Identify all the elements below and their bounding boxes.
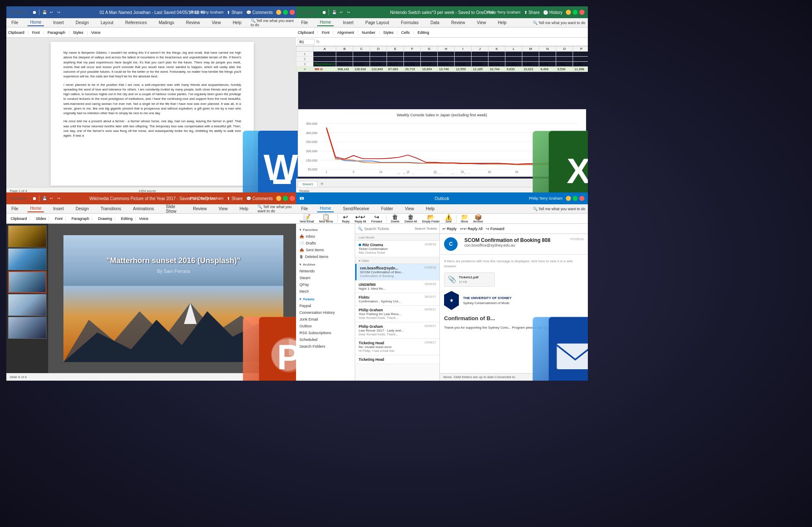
ppt-tab-help[interactable]: Help	[237, 206, 251, 212]
outbox-folder[interactable]: Outbox	[296, 323, 355, 329]
excel-tab-formulas[interactable]: Formulas	[398, 19, 421, 26]
reply-all-reading-btn[interactable]: ↩↩ Reply All	[460, 227, 483, 231]
undo-btn[interactable]: ↩	[49, 9, 55, 15]
col-B[interactable]: B	[336, 47, 353, 52]
excel-undo[interactable]: ↩	[338, 9, 344, 15]
col-I[interactable]: I	[455, 47, 472, 52]
ppt-tab-design[interactable]: Design	[73, 206, 91, 212]
excel-cell-ref[interactable]	[298, 39, 315, 45]
excel-tab-home[interactable]: Home	[317, 19, 334, 26]
col-H[interactable]: H	[438, 47, 455, 52]
ppt-autosave-toggle[interactable]	[27, 196, 37, 201]
ppt-tab-home[interactable]: Home	[27, 205, 44, 212]
col-E[interactable]: E	[387, 47, 404, 52]
col-F[interactable]: F	[404, 47, 421, 52]
move-btn[interactable]: 📁 Move	[459, 213, 470, 224]
sheet-tab-1[interactable]: Sheet1	[298, 181, 318, 187]
outlook-qat[interactable]: 📧	[299, 196, 304, 200]
word-qat[interactable]: AutoSave 💾 ↩ ↪	[10, 9, 62, 15]
autosave-toggle[interactable]	[27, 10, 37, 15]
email-ticketing-2[interactable]: Ticketing Head	[355, 355, 439, 364]
comments-btn[interactable]: 💬 Comments	[246, 10, 273, 15]
ppt-share-btn[interactable]: ⬆ Share	[227, 196, 242, 201]
add-sheet-btn[interactable]: +	[318, 180, 326, 187]
redo-btn[interactable]: ↪	[56, 9, 62, 15]
excel-autosave-toggle[interactable]	[317, 10, 326, 15]
ppt-minimize[interactable]	[276, 196, 281, 201]
col-D[interactable]: D	[370, 47, 387, 52]
junk-folder[interactable]: Junk Email	[296, 316, 355, 323]
mech-folder[interactable]: Mech	[296, 288, 355, 295]
ppt-win-btns[interactable]	[276, 196, 295, 201]
word-tab-home[interactable]: Home	[27, 19, 44, 26]
slide-thumb-8[interactable]: 8	[8, 317, 47, 339]
email-ritz-cinema[interactable]: 10/06/18 Ritz Cinema Ticket Confirmation…	[355, 241, 439, 257]
outlook-tell-me[interactable]: 🔍 Tell me what you want to do	[533, 207, 585, 211]
word-tab-file[interactable]: File	[9, 19, 21, 26]
excel-qat[interactable]: AutoSave 💾 ↩ ↪	[299, 9, 351, 15]
word-tab-design[interactable]: Design	[73, 19, 91, 26]
word-tab-view[interactable]: View	[209, 19, 224, 26]
excel-tab-data[interactable]: Data	[428, 19, 442, 26]
word-tab-mailings[interactable]: Mailings	[156, 19, 177, 26]
ppt-tab-view[interactable]: View	[216, 206, 230, 212]
excel-history-btn[interactable]: 🕐 History	[543, 10, 562, 15]
tell-me-input[interactable]: 🔍 Tell me what you want to do	[251, 19, 296, 27]
word-tab-layout[interactable]: Layout	[98, 19, 116, 26]
excel-minimize[interactable]	[566, 10, 571, 15]
outlook-tab-file[interactable]: File	[299, 206, 310, 212]
excel-tab-view[interactable]: View	[475, 19, 489, 26]
delete-all-btn[interactable]: 🗑 Delete All	[403, 213, 420, 224]
inbox-folder[interactable]: 📥 Inbox	[296, 233, 355, 240]
new-items-btn[interactable]: 📋 New Items	[317, 213, 335, 224]
col-M[interactable]: M	[522, 47, 539, 52]
email-ticketing-1[interactable]: 24/08/17 Ticketing Head Re: Invalid tick…	[355, 339, 439, 355]
drafts-folder[interactable]: 📄 Drafts	[296, 240, 355, 247]
forward-btn[interactable]: ↪ Forward	[369, 213, 384, 224]
outlook-tab-help[interactable]: Help	[423, 206, 437, 212]
email-attachment[interactable]: 📎 Tickets1.pdf 31 KB	[444, 272, 495, 287]
col-N[interactable]: N	[539, 47, 556, 52]
word-tab-insert[interactable]: Insert	[51, 19, 66, 26]
col-L[interactable]: L	[505, 47, 522, 52]
slide-thumb-5[interactable]: 5	[8, 248, 47, 270]
outlook-tab-view[interactable]: View	[402, 206, 417, 212]
empty-folder-btn[interactable]: 📂 Empty Folder	[420, 213, 442, 224]
excel-grid-container[interactable]: A B C D E F G H I J K L M	[296, 46, 588, 107]
col-K[interactable]: K	[488, 47, 505, 52]
email-floktu[interactable]: 28/10/17 Floktu Confirmation - Sydney Un…	[355, 293, 439, 306]
outlook-tab-folder[interactable]: Folder	[379, 206, 395, 212]
share-btn[interactable]: ⬆ Share	[227, 10, 242, 15]
email-unsw[interactable]: 25/04/18 UNSW/MII Night 1: Med Re...	[355, 280, 439, 293]
close-btn[interactable]	[290, 10, 295, 15]
col-A[interactable]: A	[313, 47, 336, 52]
ppt-close[interactable]	[290, 196, 295, 201]
slide-thumb-7[interactable]: 7	[8, 294, 47, 316]
excel-tab-insert[interactable]: Insert	[340, 19, 356, 26]
ppt-qat[interactable]: AutoSave 💾 ↩ ↪	[10, 195, 62, 201]
ppt-save[interactable]: 💾	[41, 195, 47, 201]
conv-history-folder[interactable]: Conversation History	[296, 309, 355, 316]
scheduled-folder[interactable]: Scheduled	[296, 336, 355, 343]
deleted-folder[interactable]: 🗑 Deleted Items	[296, 253, 355, 260]
outlook-minimize[interactable]	[566, 196, 571, 201]
excel-tab-pagelayout[interactable]: Page Layout	[363, 19, 392, 26]
win-controls[interactable]	[276, 10, 295, 15]
outlook-close[interactable]	[579, 196, 584, 201]
slide-thumb-4[interactable]: 4	[8, 225, 47, 247]
sent-folder[interactable]: 📤 Sent Items	[296, 247, 355, 253]
delete-btn[interactable]: 🗑 Delete	[389, 213, 401, 224]
email-scom[interactable]: 07/05/18 con.boxoffice@sydn... SCOM Conf…	[355, 264, 439, 280]
excel-maximize[interactable]	[573, 10, 578, 15]
word-tab-help[interactable]: Help	[230, 19, 244, 26]
excel-tell-me[interactable]: 🔍 Tell me what you want to do	[533, 21, 585, 25]
archive-btn[interactable]: 📦 Archive	[471, 213, 485, 224]
word-tab-references[interactable]: References	[123, 19, 149, 26]
outlook-win-btns[interactable]	[566, 196, 584, 201]
outlook-tab-home[interactable]: Home	[317, 205, 334, 212]
save-btn[interactable]: 💾	[41, 9, 47, 15]
outlook-tab-send-receive[interactable]: Send/Receive	[340, 206, 372, 212]
ppt-redo[interactable]: ↪	[56, 195, 62, 201]
ppt-tab-insert[interactable]: Insert	[51, 206, 66, 212]
col-J[interactable]: J	[472, 47, 488, 52]
